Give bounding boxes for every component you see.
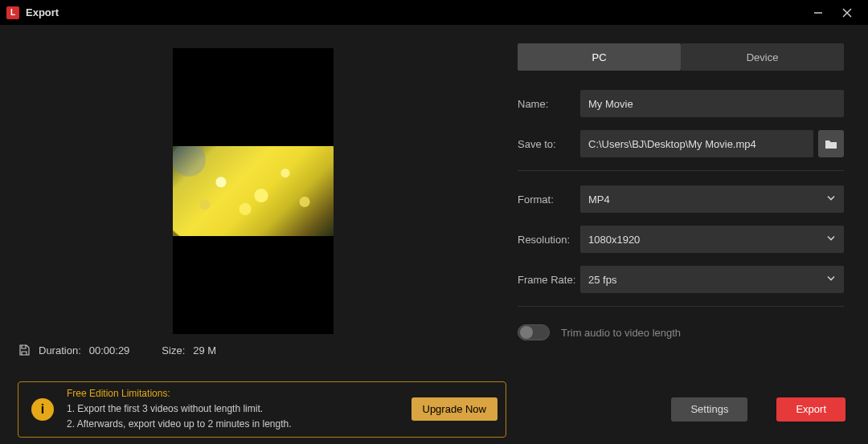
duration-label: Duration:	[39, 344, 81, 356]
export-tabs: PC Device	[518, 43, 844, 71]
preview-info: Duration: 00:00:29 Size: 29 M	[18, 344, 489, 356]
divider	[518, 306, 844, 307]
saveto-label: Save to:	[518, 138, 580, 150]
name-field[interactable]	[580, 90, 844, 117]
limitations-line1: 1. Export the first 3 videos without len…	[67, 401, 399, 417]
toggle-knob	[520, 326, 533, 339]
preview-frame	[173, 48, 334, 334]
saveto-input[interactable]	[588, 138, 805, 150]
bottom-bar: i Free Edition Limitations: 1. Export th…	[0, 374, 868, 444]
divider	[518, 170, 844, 171]
export-button[interactable]: Export	[776, 397, 845, 422]
preview-panel: Duration: 00:00:29 Size: 29 M	[0, 26, 506, 374]
settings-panel: PC Device Name: Save to: Format: MP4	[506, 26, 868, 374]
chevron-down-icon	[826, 234, 836, 246]
limitations-title: Free Edition Limitations:	[67, 386, 399, 401]
tab-pc[interactable]: PC	[518, 43, 681, 71]
format-label: Format:	[518, 193, 580, 206]
trim-label: Trim audio to video length	[561, 327, 681, 339]
resolution-value: 1080x1920	[588, 234, 640, 246]
minimize-button[interactable]	[804, 0, 833, 26]
framerate-label: Frame Rate:	[518, 274, 580, 286]
format-select[interactable]: MP4	[580, 185, 844, 213]
saveto-field[interactable]	[580, 130, 813, 157]
name-label: Name:	[518, 98, 580, 110]
settings-button[interactable]: Settings	[671, 397, 747, 422]
size-value: 29 M	[193, 344, 216, 356]
chevron-down-icon	[826, 193, 836, 206]
duration-value: 00:00:29	[89, 344, 130, 356]
limitations-box: i Free Edition Limitations: 1. Export th…	[18, 381, 506, 438]
resolution-label: Resolution:	[518, 234, 580, 246]
window-title: Export	[26, 6, 59, 18]
tab-device[interactable]: Device	[681, 43, 844, 71]
framerate-select[interactable]: 25 fps	[580, 266, 844, 293]
titlebar: L Export	[0, 0, 868, 26]
chevron-down-icon	[826, 274, 836, 286]
upgrade-button[interactable]: Upgrade Now	[411, 397, 498, 421]
info-icon: i	[31, 398, 54, 421]
save-icon	[18, 344, 31, 356]
close-button[interactable]	[833, 0, 862, 26]
trim-toggle[interactable]	[518, 324, 550, 340]
size-label: Size:	[162, 344, 185, 356]
framerate-value: 25 fps	[588, 274, 616, 286]
app-icon: L	[6, 6, 19, 19]
name-input[interactable]	[588, 98, 836, 110]
limitations-line2: 2. Afterwards, export video up to 2 minu…	[67, 417, 399, 432]
format-value: MP4	[588, 193, 610, 206]
resolution-select[interactable]: 1080x1920	[580, 226, 844, 253]
browse-button[interactable]	[818, 130, 844, 157]
preview-thumbnail	[173, 146, 334, 236]
